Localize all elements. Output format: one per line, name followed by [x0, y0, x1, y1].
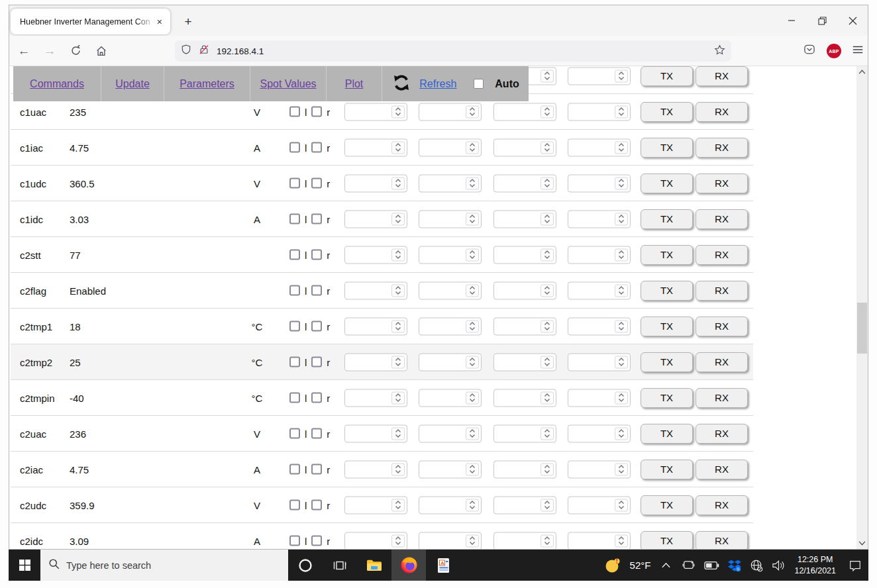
number-input-2[interactable] — [419, 353, 482, 371]
number-input-1[interactable] — [344, 496, 407, 514]
tx-button[interactable]: TX — [641, 531, 693, 550]
minimize-icon[interactable] — [776, 5, 807, 36]
spinner-buttons[interactable] — [541, 427, 554, 440]
number-input-1[interactable] — [344, 317, 407, 335]
plot-left-checkbox[interactable] — [289, 357, 300, 368]
number-input-2[interactable] — [419, 389, 482, 407]
reload-icon[interactable] — [64, 40, 87, 62]
tracking-protection-shield-icon[interactable] — [180, 44, 192, 58]
plot-left-checkbox[interactable] — [289, 428, 300, 439]
plot-left-checkbox[interactable] — [289, 321, 300, 332]
spinner-buttons[interactable] — [615, 141, 628, 154]
number-input-1[interactable] — [344, 389, 407, 407]
plot-right-checkbox[interactable] — [311, 214, 322, 224]
rx-button[interactable]: RX — [696, 460, 748, 479]
spinner-buttons[interactable] — [541, 391, 554, 404]
spinner-buttons[interactable] — [541, 356, 554, 368]
insecure-lock-icon[interactable] — [198, 44, 210, 58]
number-input-1[interactable] — [344, 210, 407, 228]
menu-icon[interactable] — [852, 44, 864, 58]
spinner-buttons[interactable] — [541, 284, 554, 297]
spinner-buttons[interactable] — [466, 499, 479, 511]
spinner-buttons[interactable] — [541, 320, 554, 332]
number-input-4[interactable] — [568, 424, 631, 442]
plot-right-checkbox[interactable] — [311, 393, 322, 403]
rx-button[interactable]: RX — [696, 424, 748, 444]
rx-button[interactable]: RX — [696, 317, 748, 336]
plot-left-checkbox[interactable] — [289, 107, 300, 117]
spinner-buttons[interactable] — [391, 105, 405, 118]
plot-left-checkbox[interactable] — [289, 536, 300, 546]
plot-right-checkbox[interactable] — [311, 107, 322, 117]
spinner-buttons[interactable] — [541, 248, 554, 261]
taskbar-search[interactable]: Type here to search — [40, 550, 288, 581]
plot-left-checkbox[interactable] — [289, 178, 300, 189]
tx-button[interactable]: TX — [641, 317, 693, 336]
taskbar-firefox-icon[interactable] — [391, 550, 426, 581]
number-input-3[interactable] — [493, 389, 556, 407]
plot-right-checkbox[interactable] — [311, 250, 322, 260]
rx-button[interactable]: RX — [696, 352, 748, 372]
plot-right-checkbox[interactable] — [311, 321, 322, 332]
taskbar-file-explorer-icon[interactable] — [357, 550, 391, 581]
number-input-4[interactable] — [568, 317, 631, 335]
number-input-3[interactable] — [493, 138, 556, 156]
auto-checkbox[interactable] — [474, 79, 484, 89]
number-input-2[interactable] — [419, 424, 482, 442]
refresh-link[interactable]: Refresh — [419, 78, 456, 90]
tx-button[interactable]: TX — [641, 102, 693, 122]
temperature-label[interactable]: 52°F — [630, 560, 651, 571]
number-input-3[interactable] — [493, 281, 556, 299]
pocket-icon[interactable] — [803, 43, 816, 59]
number-input-2[interactable] — [419, 317, 482, 335]
number-input-2[interactable] — [419, 138, 482, 156]
plot-left-checkbox[interactable] — [289, 214, 300, 224]
number-input-4[interactable] — [568, 246, 631, 264]
tx-button[interactable]: TX — [641, 138, 693, 158]
rx-button[interactable]: RX — [696, 245, 748, 265]
plot-right-checkbox[interactable] — [311, 142, 322, 153]
number-input-1[interactable] — [344, 424, 407, 442]
number-input-4[interactable] — [568, 496, 631, 514]
spinner-buttons[interactable] — [466, 356, 479, 368]
spinner-buttons[interactable] — [615, 284, 628, 297]
spinner-buttons[interactable] — [391, 284, 405, 297]
rx-button[interactable]: RX — [696, 102, 748, 122]
number-input-1[interactable] — [344, 246, 407, 264]
nav-link-spot-values[interactable]: Spot Values — [260, 78, 316, 90]
plot-right-checkbox[interactable] — [311, 357, 322, 368]
nav-link-update[interactable]: Update — [115, 78, 150, 90]
spinner-buttons[interactable] — [615, 105, 628, 118]
plot-right-checkbox[interactable] — [311, 464, 322, 475]
number-input-2[interactable] — [419, 496, 482, 514]
spinner-buttons[interactable] — [466, 105, 479, 118]
spinner-buttons[interactable] — [541, 105, 554, 118]
number-input-3[interactable] — [493, 424, 556, 442]
spinner-buttons[interactable] — [541, 534, 554, 547]
number-input-1[interactable] — [344, 138, 407, 156]
nav-link-commands[interactable]: Commands — [30, 78, 84, 90]
number-input-4[interactable] — [568, 532, 631, 549]
nav-link-plot[interactable]: Plot — [345, 78, 364, 90]
spinner-buttons[interactable] — [615, 534, 628, 547]
plot-right-checkbox[interactable] — [311, 178, 322, 189]
spinner-buttons[interactable] — [615, 391, 628, 404]
number-input-1[interactable] — [344, 103, 407, 121]
adblock-icon[interactable]: ABP — [827, 44, 841, 58]
spinner-buttons[interactable] — [615, 213, 628, 225]
spinner-buttons[interactable] — [466, 284, 479, 297]
number-input-1[interactable] — [344, 460, 407, 478]
number-input-2[interactable] — [419, 246, 482, 264]
back-arrow-icon[interactable]: ← — [13, 40, 35, 62]
number-input-4[interactable] — [568, 138, 631, 156]
rx-button[interactable]: RX — [696, 138, 748, 158]
weather-icon[interactable]: ! — [604, 557, 621, 574]
number-input-2[interactable] — [419, 532, 482, 549]
number-input-2[interactable] — [419, 460, 482, 478]
number-input-4[interactable] — [568, 174, 631, 192]
plot-right-checkbox[interactable] — [311, 428, 322, 439]
spinner-buttons[interactable] — [541, 177, 554, 189]
start-button[interactable] — [9, 550, 40, 581]
vertical-scrollbar[interactable] — [856, 66, 868, 549]
number-input-4[interactable] — [568, 460, 631, 478]
